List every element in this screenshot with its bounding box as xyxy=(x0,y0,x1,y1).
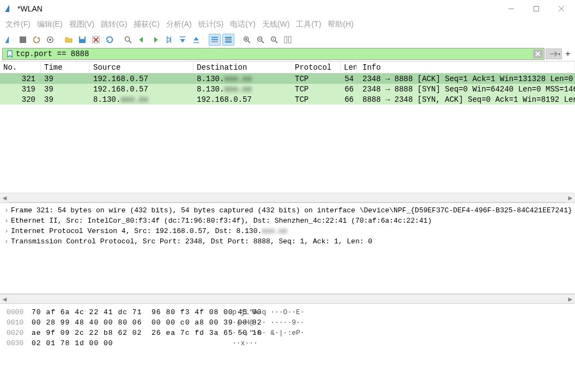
zoom-out-button[interactable] xyxy=(255,34,267,46)
svg-rect-8 xyxy=(80,36,84,39)
open-file-button[interactable] xyxy=(63,34,75,46)
add-filter-button[interactable]: + xyxy=(563,48,573,59)
menu-help[interactable]: 帮助(H) xyxy=(324,19,356,30)
col-header-length[interactable]: Length xyxy=(341,62,357,73)
hex-row[interactable]: 000070 af 6a 4c 22 41 dc 71 96 80 f3 4f … xyxy=(7,307,570,317)
go-first-button[interactable] xyxy=(177,34,189,46)
svg-rect-22 xyxy=(225,41,232,43)
clear-filter-button[interactable]: ✕ xyxy=(533,50,543,58)
col-header-destination[interactable]: Destination xyxy=(193,62,292,73)
filter-input-wrap: ✕ xyxy=(2,48,544,60)
colorize-button[interactable] xyxy=(222,34,234,46)
svg-line-28 xyxy=(262,41,264,43)
menu-statistics[interactable]: 统计(S) xyxy=(195,19,227,30)
svg-rect-4 xyxy=(20,36,26,43)
toolbar: 1 xyxy=(0,33,575,48)
packet-row[interactable]: 31939192.168.0.578.130.xxx.xxTCP662348 →… xyxy=(0,84,575,94)
close-file-button[interactable] xyxy=(90,34,102,46)
col-header-source[interactable]: Source xyxy=(90,62,193,73)
titlebar: *WLAN xyxy=(0,0,575,17)
svg-text:1: 1 xyxy=(273,38,275,41)
packet-bytes-pane[interactable]: 000070 af 6a 4c 22 41 dc 71 96 80 f3 4f … xyxy=(0,303,575,392)
go-next-button[interactable] xyxy=(149,34,161,46)
packet-list-body[interactable]: 32139192.168.0.578.130.xxx.xxTCP542348 →… xyxy=(0,74,575,193)
packet-row[interactable]: 320398.130.xxx.xx192.168.0.57TCP668888 →… xyxy=(0,94,575,105)
col-header-info[interactable]: Info xyxy=(357,62,575,73)
reload-button[interactable] xyxy=(104,34,116,46)
restart-capture-button[interactable] xyxy=(31,34,43,46)
details-hscroll[interactable]: ◄► xyxy=(0,294,575,303)
display-filter-input[interactable] xyxy=(16,50,533,58)
detail-line[interactable]: ›Transmission Control Protocol, Src Port… xyxy=(4,236,571,247)
start-capture-button[interactable] xyxy=(3,34,15,46)
svg-point-6 xyxy=(49,39,51,41)
filterbar: ✕ ▾ + xyxy=(0,48,575,61)
menu-go[interactable]: 跳转(G) xyxy=(98,19,130,30)
detail-line[interactable]: ›Ethernet II, Src: IntelCor_80:f3:4f (dc… xyxy=(4,216,571,226)
hex-row[interactable]: 0020ae 9f 09 2c 22 b8 62 02 26 ea 7c fd … xyxy=(7,328,570,338)
menu-wireless[interactable]: 无线(W) xyxy=(259,19,293,30)
apply-filter-button[interactable]: ▾ xyxy=(546,48,562,59)
packet-list-header: No. Time Source Destination Protocol Len… xyxy=(0,62,575,74)
menu-view[interactable]: 视图(V) xyxy=(66,19,98,30)
autoscroll-button[interactable] xyxy=(209,34,221,46)
col-header-no[interactable]: No. xyxy=(0,62,41,73)
packet-details-pane[interactable]: ›Frame 321: 54 bytes on wire (432 bits),… xyxy=(0,203,575,294)
menu-tools[interactable]: 工具(T) xyxy=(293,19,324,30)
svg-rect-19 xyxy=(211,41,218,42)
menu-edit[interactable]: 编辑(E) xyxy=(34,19,66,30)
capture-options-button[interactable] xyxy=(44,34,56,46)
zoom-reset-button[interactable]: 1 xyxy=(268,34,280,46)
svg-rect-34 xyxy=(288,36,291,43)
hex-row[interactable]: 001000 28 99 48 40 00 80 06 00 00 c0 a8 … xyxy=(7,317,570,328)
menu-telephony[interactable]: 电话(Y) xyxy=(227,19,259,30)
find-packet-button[interactable] xyxy=(122,34,134,46)
resize-columns-button[interactable] xyxy=(282,34,294,46)
svg-line-24 xyxy=(248,41,250,43)
scroll-left-icon[interactable]: ◄ xyxy=(0,295,9,304)
svg-rect-20 xyxy=(225,37,232,39)
col-header-protocol[interactable]: Protocol xyxy=(292,62,341,73)
svg-rect-1 xyxy=(534,7,539,11)
col-header-time[interactable]: Time xyxy=(41,62,90,73)
scroll-right-icon[interactable]: ► xyxy=(566,193,575,203)
close-button[interactable] xyxy=(549,1,574,17)
menubar: 文件(F) 编辑(E) 视图(V) 跳转(G) 捕获(C) 分析(A) 统计(S… xyxy=(0,17,575,33)
zoom-in-button[interactable] xyxy=(241,34,253,46)
packet-list-hscroll[interactable]: ◄► xyxy=(0,193,575,202)
svg-rect-18 xyxy=(211,39,218,40)
svg-rect-33 xyxy=(285,36,287,43)
scroll-right-icon[interactable]: ► xyxy=(566,295,575,304)
packet-row[interactable]: 32139192.168.0.578.130.xxx.xxTCP542348 →… xyxy=(0,74,575,84)
go-last-button[interactable] xyxy=(190,34,202,46)
svg-line-13 xyxy=(129,41,131,43)
menu-file[interactable]: 文件(F) xyxy=(2,19,34,30)
app-icon xyxy=(4,4,14,14)
detail-line[interactable]: ›Frame 321: 54 bytes on wire (432 bits),… xyxy=(4,205,571,216)
menu-capture[interactable]: 捕获(C) xyxy=(130,19,162,30)
svg-point-12 xyxy=(125,37,130,41)
window-title: *WLAN xyxy=(17,4,43,13)
go-to-packet-button[interactable] xyxy=(163,34,175,46)
svg-rect-21 xyxy=(225,39,232,41)
svg-rect-17 xyxy=(211,37,218,38)
bookmark-icon[interactable] xyxy=(6,50,14,58)
svg-line-31 xyxy=(275,41,277,43)
minimize-button[interactable] xyxy=(499,1,524,17)
stop-capture-button[interactable] xyxy=(17,34,29,46)
menu-analyze[interactable]: 分析(A) xyxy=(163,19,195,30)
maximize-button[interactable] xyxy=(524,1,549,17)
packet-list-pane: No. Time Source Destination Protocol Len… xyxy=(0,61,575,203)
scroll-left-icon[interactable]: ◄ xyxy=(0,193,9,203)
hex-row[interactable]: 003002 01 78 1d 00 00··x··· xyxy=(7,338,570,348)
go-previous-button[interactable] xyxy=(136,34,148,46)
detail-line[interactable]: ›Internet Protocol Version 4, Src: 192.1… xyxy=(4,226,571,236)
save-file-button[interactable] xyxy=(76,34,88,46)
